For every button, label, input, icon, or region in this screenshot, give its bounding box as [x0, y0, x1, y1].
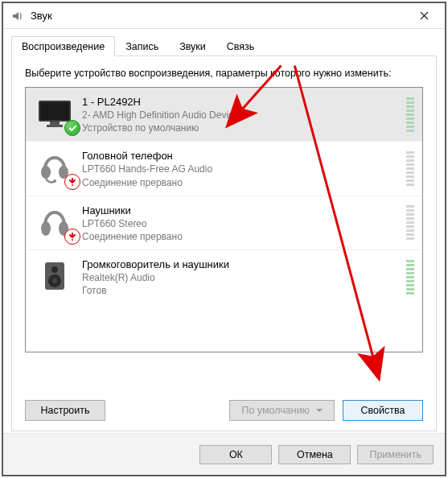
- svg-point-10: [72, 239, 73, 241]
- tab-strip: Воспроизведение Запись Звуки Связь: [3, 29, 445, 56]
- level-meter-icon: [406, 260, 414, 295]
- device-list[interactable]: 1 - PL2492H2- AMD High Definition Audio …: [25, 87, 423, 352]
- device-text: Головной телефонLPT660 Hands-Free AG Aud…: [82, 148, 401, 188]
- tab-label: Связь: [227, 41, 255, 52]
- button-label: По умолчанию: [241, 405, 310, 416]
- svg-point-4: [41, 166, 51, 179]
- disconnected-badge-icon: [64, 174, 80, 190]
- device-driver: LPT660 Stereo: [82, 217, 401, 230]
- device-row[interactable]: Головной телефонLPT660 Hands-Free AG Aud…: [26, 141, 422, 195]
- device-text: НаушникиLPT660 StereoСоединение прервано: [82, 203, 401, 243]
- svg-point-12: [51, 266, 58, 273]
- device-status: Соединение прервано: [82, 230, 401, 243]
- device-name: Головной телефон: [82, 150, 401, 162]
- svg-point-7: [72, 184, 73, 186]
- svg-point-8: [41, 221, 51, 236]
- device-status: Соединение прервано: [82, 176, 401, 189]
- instruction-text: Выберите устройство воспроизведения, пар…: [25, 68, 423, 79]
- dialog-footer: ОК Отмена Применить: [3, 433, 445, 475]
- titlebar: Звук: [3, 3, 445, 29]
- device-name: Громкоговоритель и наушники: [82, 258, 401, 270]
- tab-label: Воспроизведение: [22, 41, 105, 52]
- device-row[interactable]: 1 - PL2492H2- AMD High Definition Audio …: [26, 88, 422, 141]
- svg-rect-2: [50, 122, 60, 125]
- button-label: Отмена: [297, 449, 333, 460]
- default-badge-icon: [64, 120, 80, 136]
- tab-label: Звуки: [179, 41, 206, 52]
- svg-point-14: [52, 278, 57, 283]
- button-label: Настроить: [40, 405, 89, 416]
- properties-button[interactable]: Свойства: [343, 400, 423, 421]
- monitor-icon: [32, 94, 77, 133]
- tab-label: Запись: [125, 41, 158, 52]
- apply-button[interactable]: Применить: [357, 445, 434, 464]
- ok-button[interactable]: ОК: [199, 445, 272, 464]
- configure-button[interactable]: Настроить: [25, 400, 105, 421]
- svg-rect-3: [47, 125, 63, 127]
- button-label: Свойства: [361, 405, 405, 416]
- level-meter-icon: [406, 151, 414, 186]
- device-driver: LPT660 Hands-Free AG Audio: [82, 163, 401, 175]
- headphones-icon: [32, 203, 77, 241]
- cancel-button[interactable]: Отмена: [278, 445, 351, 464]
- button-label: Применить: [369, 449, 421, 460]
- close-button[interactable]: [408, 5, 440, 27]
- disconnected-badge-icon: [64, 229, 80, 245]
- svg-point-6: [53, 179, 56, 183]
- tab-communications[interactable]: Связь: [216, 36, 265, 56]
- svg-rect-1: [40, 102, 69, 120]
- level-meter-icon: [406, 97, 414, 132]
- device-driver: Realtek(R) Audio: [82, 271, 401, 284]
- device-name: 1 - PL2492H: [82, 96, 401, 108]
- device-text: Громкоговоритель и наушникиRealtek(R) Au…: [82, 257, 401, 297]
- window-title: Звук: [31, 10, 52, 22]
- device-name: Наушники: [82, 204, 401, 216]
- panel-button-row: Настроить По умолчанию Свойства: [25, 400, 423, 421]
- level-meter-icon: [406, 205, 414, 240]
- speaker-icon: [32, 257, 77, 295]
- sound-dialog: Звук Воспроизведение Запись Звуки Связь …: [2, 2, 446, 476]
- device-driver: 2- AMD High Definition Audio Device: [82, 109, 401, 122]
- headset-icon: [32, 148, 77, 187]
- device-row[interactable]: НаушникиLPT660 StereoСоединение прервано: [26, 196, 422, 249]
- device-status: Устройство по умолчанию: [82, 122, 401, 134]
- set-default-button[interactable]: По умолчанию: [229, 400, 335, 421]
- tab-playback[interactable]: Воспроизведение: [11, 36, 115, 56]
- device-status: Готов: [82, 284, 401, 297]
- button-label: ОК: [229, 449, 243, 460]
- tab-sounds[interactable]: Звуки: [169, 36, 216, 56]
- device-row[interactable]: Громкоговоритель и наушникиRealtek(R) Au…: [26, 249, 422, 303]
- speaker-icon: [11, 10, 24, 23]
- device-text: 1 - PL2492H2- AMD High Definition Audio …: [82, 94, 401, 134]
- playback-panel: Выберите устройство воспроизведения, пар…: [11, 56, 437, 431]
- tab-recording[interactable]: Запись: [115, 36, 169, 56]
